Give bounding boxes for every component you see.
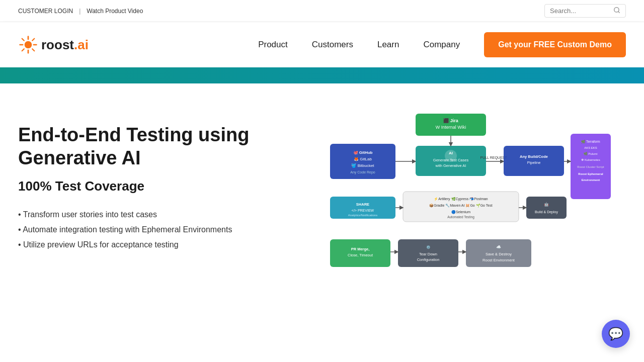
svg-text:</> PREVIEW: </> PREVIEW [352,209,374,212]
teal-banner [0,67,644,83]
nav-company[interactable]: Company [423,40,460,50]
svg-text:Save & Destroy: Save & Destroy [486,252,512,256]
nav-product[interactable]: Product [258,40,288,50]
svg-line-10 [22,49,24,51]
cta-demo-button[interactable]: Get your FREE Custom Demo [484,32,626,57]
svg-text:Any Code Repo: Any Code Repo [350,170,375,174]
divider: | [79,8,80,15]
search-input[interactable] [550,7,610,15]
svg-text:with Generative AI: with Generative AI [435,163,466,168]
svg-text:Roost Cluster Script: Roost Cluster Script [577,165,604,168]
svg-text:Tear Down: Tear Down [419,252,437,256]
svg-line-8 [32,49,34,51]
svg-text:🪣 Bitbucket: 🪣 Bitbucket [351,163,374,168]
svg-text:Configuration: Configuration [417,257,440,262]
svg-text:🌿 Terraform: 🌿 Terraform [581,139,600,144]
watch-video-link[interactable]: Watch Product Video [87,8,143,15]
svg-text:🌿 Pulumi: 🌿 Pulumi [584,152,597,156]
svg-text:PULL REQUEST: PULL REQUEST [480,156,507,160]
svg-text:☁️: ☁️ [496,244,501,249]
top-bar: CUSTOMER LOGIN | Watch Product Video [0,0,644,22]
search-box[interactable] [544,4,626,18]
logo-icon [18,35,38,55]
svg-text:AKS EKS: AKS EKS [584,146,597,149]
svg-text:🔵Selenium: 🔵Selenium [451,210,470,214]
top-bar-left: CUSTOMER LOGIN | Watch Product Video [18,8,143,15]
svg-rect-48 [526,197,567,219]
bullet-3: • Utilize preview URLs for acceptance te… [18,240,310,249]
chat-widget[interactable]: 💬 [602,320,630,348]
svg-text:Close, Timeout: Close, Timeout [348,253,373,257]
top-bar-right [544,4,626,18]
svg-text:Any Build/Code: Any Build/Code [520,154,548,159]
svg-text:Analytics/Notifications: Analytics/Notifications [348,214,377,217]
hero-bullets: • Transform user stories into test cases… [18,210,310,249]
bullet-1: • Transform user stories into test cases [18,210,310,219]
logo-text: roost.ai [41,37,89,53]
svg-point-2 [25,41,32,49]
svg-text:Automated Testing: Automated Testing [447,215,474,219]
hero-diagram: ⬛ Jira W Internal Wiki 🐙 GitHub 🦊 GitLab… [330,114,626,285]
svg-text:☸ Kubernetes: ☸ Kubernetes [581,158,600,161]
svg-text:⬛ Jira: ⬛ Jira [443,118,459,124]
nav-links: Product Customers Learn Company Get your… [258,32,626,57]
svg-text:SHARE: SHARE [356,202,369,207]
hero-left: End-to-End Testing using Generative AI 1… [18,114,310,249]
search-icon [613,7,620,15]
customer-login-link[interactable]: CUSTOMER LOGIN [18,8,73,15]
hero-title: End-to-End Testing using Generative AI [18,124,310,169]
svg-text:Environment: Environment [582,178,600,182]
svg-text:PR Merge,: PR Merge, [351,247,370,251]
hero-section: End-to-End Testing using Generative AI 1… [0,83,644,325]
svg-text:🦊 GitLab: 🦊 GitLab [354,156,372,161]
svg-text:Pipeline: Pipeline [527,160,541,165]
hero-subtitle: 100% Test Coverage [18,178,310,194]
svg-line-1 [618,12,620,13]
svg-line-9 [32,39,34,41]
nav-customers[interactable]: Customers [312,40,353,50]
svg-text:⚡Artillery  🌿Cypress  📬Postm: ⚡Artillery 🌿Cypress 📬Postman [434,197,488,201]
svg-text:Roost Ephemeral: Roost Ephemeral [578,172,603,175]
svg-text:🐙 GitHub: 🐙 GitHub [353,150,373,155]
main-nav: roost.ai Product Customers Learn Company… [0,22,644,67]
svg-text:⚙️: ⚙️ [426,245,431,249]
svg-text:📦Gradle  🔧Maven  AI  🐹Go  �: 📦Gradle 🔧Maven AI 🐹Go 🌱Go Test [429,203,492,208]
svg-text:Generate Test Cases: Generate Test Cases [433,158,469,162]
svg-text:🤖: 🤖 [544,202,549,207]
svg-text:Roost Environment: Roost Environment [482,258,515,262]
svg-text:W Internal Wiki: W Internal Wiki [436,125,466,130]
svg-text:AI: AI [449,151,453,155]
chat-icon: 💬 [608,327,623,341]
svg-text:Build & Deploy: Build & Deploy [535,210,558,214]
nav-learn[interactable]: Learn [377,40,399,50]
svg-line-7 [22,39,24,41]
logo[interactable]: roost.ai [18,35,89,55]
bullet-2: • Automate integration testing with Ephe… [18,225,310,234]
architecture-diagram: ⬛ Jira W Internal Wiki 🐙 GitHub 🦊 GitLab… [330,114,612,275]
